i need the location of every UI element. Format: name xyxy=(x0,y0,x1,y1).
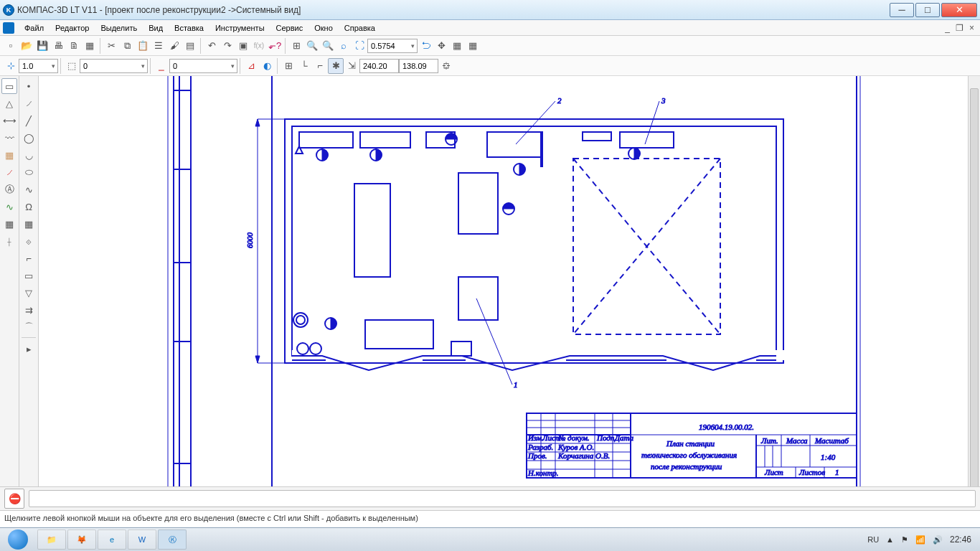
redraw-button[interactable]: ▦ xyxy=(465,38,481,54)
bezier-tool[interactable]: Ω xyxy=(21,199,37,215)
fillet-tool[interactable]: ⌒ xyxy=(21,319,37,335)
line-tool[interactable]: ╱ xyxy=(21,113,37,128)
menu-window[interactable]: Окно xyxy=(308,22,339,34)
layers-button[interactable]: ▤ xyxy=(182,38,198,54)
open-button[interactable]: 📂 xyxy=(19,38,34,54)
minimize-button[interactable]: ─ xyxy=(890,3,914,17)
tray-flag-icon[interactable]: ▲ xyxy=(886,535,894,544)
menu-service[interactable]: Сервис xyxy=(270,22,309,34)
vertical-scrollbar[interactable] xyxy=(968,76,980,510)
start-button[interactable] xyxy=(3,529,33,550)
coord-y-input[interactable] xyxy=(399,59,438,73)
menu-file[interactable]: Файл xyxy=(19,22,50,34)
stroke-combo[interactable]: 1.0 xyxy=(19,59,58,73)
task-explorer[interactable]: 📁 xyxy=(37,529,66,550)
text2-tool[interactable]: Ⓐ xyxy=(1,182,17,197)
rect-tool[interactable]: ▭ xyxy=(21,268,37,283)
hatch-tool[interactable]: ▦ xyxy=(1,147,17,163)
menu-insert[interactable]: Вставка xyxy=(169,22,209,34)
geometry-tool[interactable]: △ xyxy=(1,95,17,111)
macro-button[interactable]: ▣ xyxy=(235,38,251,54)
linestyle-combo[interactable]: 0 xyxy=(169,59,237,73)
point-tool[interactable]: • xyxy=(21,78,37,94)
linestyle-icon[interactable]: ⎯ xyxy=(154,58,169,74)
redo-button[interactable]: ↷ xyxy=(220,38,235,54)
select-tool[interactable]: ▭ xyxy=(1,78,17,94)
doc-icon[interactable] xyxy=(3,22,14,34)
poly-tool[interactable]: ▽ xyxy=(21,285,37,301)
dim-tool[interactable]: ⟷ xyxy=(1,113,17,128)
text-tool[interactable]: 〰 xyxy=(1,130,17,146)
menu-select[interactable]: Выделить xyxy=(95,22,143,34)
para-button[interactable]: ⇲ xyxy=(344,58,359,74)
zoom-fit-button[interactable]: ⛶ xyxy=(352,38,367,54)
polyline-tool[interactable]: ⌐ xyxy=(21,250,37,266)
coord-x-input[interactable] xyxy=(359,59,399,73)
measure-tool[interactable]: ⟊ xyxy=(1,233,17,249)
zoom-window-button[interactable]: ⌕ xyxy=(336,38,352,54)
properties-button[interactable]: ☰ xyxy=(151,38,166,54)
zoom-in-button[interactable]: 🔍 xyxy=(304,38,320,54)
new-button[interactable]: ▫ xyxy=(3,38,19,54)
zoom-out-button[interactable]: 🔍 xyxy=(320,38,336,54)
panel-tab-icon[interactable]: ⛔ xyxy=(4,489,24,509)
grid-button[interactable]: ⊞ xyxy=(288,38,304,54)
hatch2-tool[interactable]: ▦ xyxy=(21,216,37,232)
print-button[interactable]: 🖶 xyxy=(50,38,66,54)
ortho-button[interactable]: ⊿ xyxy=(243,58,259,74)
ellipse-tool[interactable]: ⬭ xyxy=(21,164,37,180)
lang-indicator[interactable]: RU xyxy=(867,535,879,544)
localcs-button[interactable]: └ xyxy=(296,58,312,74)
layer-combo[interactable]: 0 xyxy=(80,59,148,73)
task-firefox[interactable]: 🦊 xyxy=(67,529,96,550)
panel-expand-icon[interactable]: ▸ xyxy=(21,341,37,357)
tray-sound-icon[interactable]: 🔊 xyxy=(933,535,943,545)
layer-icon[interactable]: ⬚ xyxy=(64,58,80,74)
zoom-combo[interactable]: 0.5754 xyxy=(367,39,418,53)
tray-network-icon[interactable]: 📶 xyxy=(915,535,925,545)
mdi-close-button[interactable]: × xyxy=(966,23,977,33)
copyformat-button[interactable]: 🖌 xyxy=(166,38,182,54)
arc-tool[interactable]: ◡ xyxy=(21,147,37,163)
task-ie[interactable]: e xyxy=(98,529,126,550)
clock[interactable]: 22:46 xyxy=(950,534,971,545)
panel-content[interactable] xyxy=(29,490,976,507)
track-button[interactable]: ⌐ xyxy=(312,58,328,74)
round-button[interactable]: ⊞ xyxy=(281,58,296,74)
contour-tool[interactable]: ⟐ xyxy=(21,233,37,249)
system-tray[interactable]: RU ▲ ⚑ 📶 🔊 22:46 xyxy=(867,534,977,545)
spline-tool[interactable]: ∿ xyxy=(1,199,17,215)
snap2-button[interactable]: ◐ xyxy=(259,58,275,74)
circle-tool[interactable]: ◯ xyxy=(21,130,37,146)
mdi-restore-button[interactable]: ❐ xyxy=(953,23,966,33)
tray-flag2-icon[interactable]: ⚑ xyxy=(901,535,908,545)
assoc-tool[interactable]: ▦ xyxy=(1,216,17,232)
undo-button[interactable]: ↶ xyxy=(204,38,220,54)
snap-button[interactable]: ⊹ xyxy=(3,58,19,74)
maximize-button[interactable]: □ xyxy=(915,3,940,17)
drawing-canvas[interactable]: 6000 xyxy=(39,76,968,510)
menu-edit[interactable]: Редактор xyxy=(50,22,95,34)
line-seg-tool[interactable]: ⟋ xyxy=(21,95,37,111)
refresh-button[interactable]: ▦ xyxy=(449,38,465,54)
help-button[interactable]: ⬐? xyxy=(267,38,283,54)
mdi-minimize-button[interactable]: _ xyxy=(942,23,953,33)
edit-tool[interactable]: ⟋ xyxy=(1,164,17,180)
menu-view[interactable]: Вид xyxy=(143,22,169,34)
save-button[interactable]: 💾 xyxy=(34,38,50,54)
fx-button[interactable]: f(x) xyxy=(251,38,267,54)
close-button[interactable]: ✕ xyxy=(941,3,977,17)
doc-manager-button[interactable]: ▦ xyxy=(82,38,98,54)
task-kompas[interactable]: Ⓚ xyxy=(158,529,187,550)
task-word[interactable]: W xyxy=(128,529,156,550)
cut-button[interactable]: ✂ xyxy=(103,38,119,54)
menu-help[interactable]: Справка xyxy=(339,22,381,34)
spline2-tool[interactable]: ∿ xyxy=(21,182,37,197)
paste-button[interactable]: 📋 xyxy=(135,38,151,54)
zoom-prev-button[interactable]: ⮌ xyxy=(418,38,433,54)
osnap-button[interactable]: ✱ xyxy=(328,58,344,74)
menu-tools[interactable]: Инструменты xyxy=(209,22,270,34)
copy-button[interactable]: ⧉ xyxy=(119,38,135,54)
offset-tool[interactable]: ⇉ xyxy=(21,302,37,318)
coords-button[interactable]: ⯐ xyxy=(438,58,454,74)
